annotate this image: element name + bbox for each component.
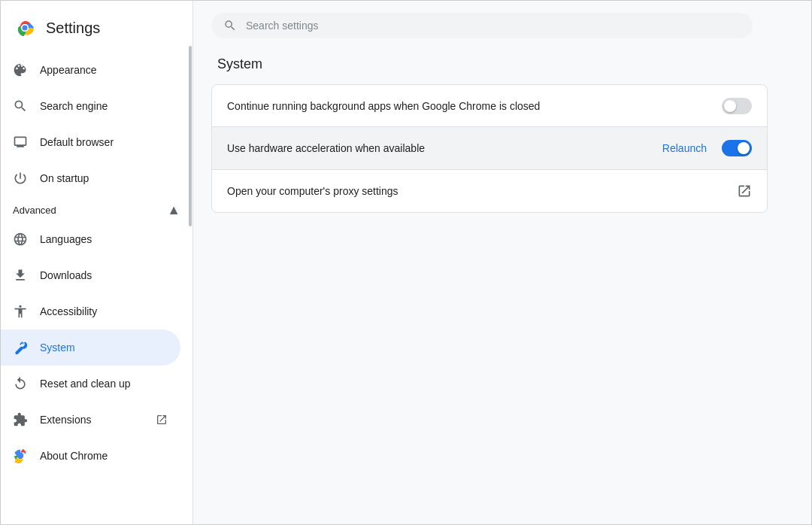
- sidebar-item-label: Default browser: [40, 136, 168, 148]
- sidebar-header: Settings: [1, 7, 192, 52]
- sidebar: Settings Appearance Search engine Defaul…: [1, 1, 193, 524]
- relaunch-button[interactable]: Relaunch: [656, 139, 713, 157]
- sidebar-item-label: Reset and clean up: [40, 378, 168, 390]
- search-bar: [211, 13, 753, 38]
- sidebar-item-label: Appearance: [40, 64, 168, 76]
- hardware-acceleration-label: Use hardware acceleration when available: [227, 142, 656, 154]
- background-apps-toggle[interactable]: [722, 98, 752, 114]
- app-title: Settings: [46, 20, 100, 37]
- palette-icon: [13, 62, 28, 77]
- sidebar-item-reset[interactable]: Reset and clean up: [1, 366, 180, 402]
- proxy-settings-label: Open your computer's proxy settings: [227, 185, 737, 197]
- section-title: System: [211, 56, 793, 72]
- download-icon: [13, 268, 28, 283]
- sidebar-item-label: Search engine: [40, 100, 168, 112]
- proxy-external-link-icon[interactable]: [737, 184, 752, 199]
- external-link-icon: [155, 413, 168, 426]
- hardware-acceleration-row: Use hardware acceleration when available…: [212, 127, 767, 170]
- sidebar-item-label: Languages: [40, 233, 168, 245]
- sidebar-item-system[interactable]: System: [1, 329, 180, 366]
- sidebar-item-search-engine[interactable]: Search engine: [1, 88, 180, 124]
- main-content: System Continue running background apps …: [193, 1, 811, 524]
- sidebar-item-label: Accessibility: [40, 305, 168, 317]
- sidebar-item-default-browser[interactable]: Default browser: [1, 124, 180, 160]
- background-apps-actions: [722, 98, 752, 114]
- search-input[interactable]: [246, 20, 741, 32]
- toggle-track: [722, 140, 752, 156]
- monitor-icon: [13, 135, 28, 150]
- search-bar-container: [211, 13, 793, 38]
- sidebar-item-label: Downloads: [40, 269, 168, 281]
- globe-icon: [13, 232, 28, 247]
- accessibility-icon: [13, 304, 28, 319]
- puzzle-icon: [13, 412, 28, 427]
- toggle-thumb: [724, 100, 736, 112]
- sidebar-item-extensions[interactable]: Extensions: [1, 402, 180, 438]
- wrench-icon: [13, 340, 28, 355]
- sidebar-item-accessibility[interactable]: Accessibility: [1, 293, 180, 329]
- settings-card: Continue running background apps when Go…: [211, 84, 768, 213]
- scrollbar-thumb: [189, 46, 192, 226]
- sidebar-item-appearance[interactable]: Appearance: [1, 52, 180, 88]
- advanced-section-header[interactable]: Advanced ▲: [1, 196, 192, 221]
- sidebar-item-label: System: [40, 341, 168, 354]
- proxy-settings-actions: [737, 184, 752, 199]
- hardware-acceleration-toggle[interactable]: [722, 140, 752, 156]
- chrome-icon: [13, 448, 28, 463]
- search-icon: [13, 99, 28, 114]
- toggle-track: [722, 98, 752, 114]
- background-apps-label: Continue running background apps when Go…: [227, 100, 722, 112]
- search-icon: [223, 19, 237, 32]
- sidebar-item-languages[interactable]: Languages: [1, 221, 180, 257]
- proxy-settings-row: Open your computer's proxy settings: [212, 170, 767, 212]
- advanced-section-label: Advanced: [13, 205, 56, 216]
- sidebar-item-label: About Chrome: [40, 450, 168, 462]
- background-apps-row: Continue running background apps when Go…: [212, 85, 767, 127]
- sidebar-item-label: On startup: [40, 172, 168, 184]
- sidebar-item-about-chrome[interactable]: About Chrome: [1, 438, 180, 474]
- power-icon: [13, 171, 28, 186]
- toggle-thumb: [738, 142, 750, 154]
- sidebar-scrollbar: [188, 1, 192, 524]
- sidebar-item-on-startup[interactable]: On startup: [1, 160, 180, 196]
- sidebar-item-label: Extensions: [40, 414, 143, 426]
- reset-icon: [13, 376, 28, 391]
- chrome-logo-icon: [13, 16, 37, 40]
- hardware-acceleration-actions: Relaunch: [656, 139, 752, 157]
- chevron-up-icon: ▲: [167, 202, 180, 218]
- sidebar-item-downloads[interactable]: Downloads: [1, 257, 180, 293]
- svg-point-2: [23, 26, 28, 31]
